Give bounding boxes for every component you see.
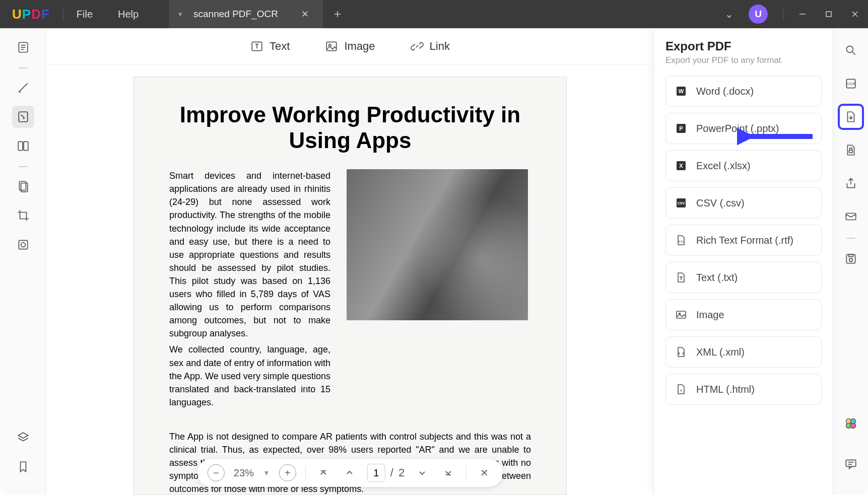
svg-rect-18 (327, 42, 337, 50)
export-label: HTML (.html) (696, 384, 755, 395)
html-icon: H (675, 383, 687, 395)
export-word[interactable]: W Word (.docx) (665, 76, 822, 107)
svg-point-48 (850, 423, 855, 428)
divider (783, 8, 783, 21)
edit-image-label: Image (344, 40, 375, 53)
excel-icon: X (675, 160, 687, 172)
svg-rect-10 (24, 142, 28, 150)
ai-icon[interactable] (838, 410, 864, 437)
content-column: Text Image Link Improve Working Producti… (46, 28, 654, 495)
titlebar: UPDF File Help ▼ scanned PDF_OCR ✕ + ⌄ U (0, 0, 868, 28)
page-total: 2 (398, 466, 405, 479)
export-xml[interactable]: XML (.xml) (665, 336, 822, 368)
new-tab-button[interactable]: + (334, 7, 341, 21)
export-label: Word (.docx) (696, 86, 754, 97)
edit-text-button[interactable]: Text (250, 40, 290, 53)
save-icon[interactable] (838, 246, 864, 272)
svg-text:W: W (679, 88, 684, 94)
share-icon[interactable] (838, 170, 864, 196)
doc-paragraph: Smart devices and internet-based applica… (169, 169, 330, 340)
next-page-button[interactable] (414, 464, 431, 481)
edit-text-label: Text (270, 40, 290, 53)
tool-crop-icon[interactable] (12, 204, 34, 227)
zoom-in-button[interactable]: + (279, 464, 296, 481)
svg-point-36 (846, 46, 853, 52)
protect-icon[interactable] (838, 137, 864, 163)
svg-text:X: X (679, 163, 683, 169)
chevron-down-icon[interactable]: ⌄ (725, 8, 733, 20)
svg-text:P: P (679, 125, 683, 131)
export-powerpoint[interactable]: P PowerPoint (.pptx) (665, 113, 822, 144)
export-excel[interactable]: X Excel (.xlsx) (665, 150, 822, 181)
tool-edit-icon[interactable] (12, 106, 34, 128)
page-sep: / (390, 466, 393, 479)
csv-icon: CSV (675, 197, 687, 209)
svg-text:H: H (680, 389, 682, 392)
right-sidebar: OCR (833, 28, 868, 495)
app-logo: UPDF (12, 7, 50, 22)
mail-icon[interactable] (838, 203, 864, 230)
tool-comment-icon[interactable] (12, 77, 34, 99)
tool-organize-icon[interactable] (12, 175, 34, 197)
export-subtitle: Export your PDF to any format (665, 55, 822, 65)
doc-heading: Improve Working Productivity in Using Ap… (169, 102, 531, 153)
tab-close-icon[interactable]: ✕ (298, 9, 312, 20)
tool-page-icon[interactable] (12, 135, 34, 157)
export-txt[interactable]: Text (.txt) (665, 262, 822, 293)
divider (846, 238, 855, 239)
svg-rect-44 (848, 254, 853, 256)
menu-file[interactable]: File (77, 9, 93, 20)
export-html[interactable]: H HTML (.html) (665, 374, 822, 405)
main-area: Text Image Link Improve Working Producti… (0, 28, 868, 495)
edit-link-button[interactable]: Link (411, 40, 450, 53)
maximize-button[interactable] (816, 0, 842, 28)
close-controls-button[interactable]: ✕ (476, 464, 493, 481)
tab-strip: ▼ scanned PDF_OCR ✕ + (169, 0, 341, 28)
rtf-icon: RTF (675, 234, 687, 246)
minimize-button[interactable] (789, 0, 816, 28)
export-label: Image (696, 309, 724, 321)
export-label: Excel (.xlsx) (696, 160, 751, 172)
divider (19, 166, 28, 167)
prev-page-button[interactable] (341, 464, 358, 481)
export-pdf-icon[interactable] (838, 104, 864, 130)
search-icon[interactable] (838, 37, 864, 63)
svg-rect-49 (846, 460, 856, 466)
svg-rect-13 (19, 240, 27, 249)
menu-help[interactable]: Help (118, 9, 139, 20)
svg-point-14 (21, 243, 25, 247)
txt-icon (675, 271, 687, 284)
document-viewport[interactable]: Improve Working Productivity in Using Ap… (46, 64, 654, 495)
export-csv[interactable]: CSV CSV (.csv) (665, 187, 822, 219)
document-page: Improve Working Productivity in Using Ap… (133, 77, 567, 495)
edit-image-button[interactable]: Image (325, 40, 375, 53)
bookmark-icon[interactable] (12, 456, 34, 478)
ocr-icon[interactable]: OCR (838, 70, 864, 97)
tab-active[interactable]: ▼ scanned PDF_OCR ✕ (169, 0, 323, 28)
tool-watermark-icon[interactable] (12, 234, 34, 256)
svg-rect-1 (826, 12, 831, 17)
tool-reader-icon[interactable] (12, 36, 34, 58)
svg-text:CSV: CSV (678, 201, 685, 205)
page-controls: − 23% ▼ + / 2 ✕ (197, 459, 503, 487)
doc-paragraph: We collected country, language, age, sex… (169, 343, 330, 408)
svg-text:RTF: RTF (678, 240, 684, 243)
export-label: CSV (.csv) (696, 197, 745, 209)
export-image[interactable]: Image (665, 299, 822, 330)
zoom-dropdown-icon[interactable]: ▼ (263, 469, 270, 477)
xml-icon (675, 346, 687, 358)
layers-icon[interactable] (12, 427, 34, 449)
first-page-button[interactable] (315, 464, 332, 481)
page-input[interactable] (367, 464, 385, 482)
divider (305, 466, 306, 480)
close-button[interactable] (842, 0, 868, 28)
zoom-out-button[interactable]: − (208, 464, 225, 481)
doc-image (347, 169, 528, 320)
tab-dropdown-icon[interactable]: ▼ (177, 11, 183, 18)
svg-line-37 (852, 52, 855, 54)
export-rtf[interactable]: RTF Rich Text Format (.rtf) (665, 225, 822, 256)
chat-icon[interactable] (838, 451, 864, 477)
last-page-button[interactable] (440, 464, 457, 481)
svg-text:OCR: OCR (846, 82, 855, 86)
user-avatar[interactable]: U (749, 5, 768, 24)
